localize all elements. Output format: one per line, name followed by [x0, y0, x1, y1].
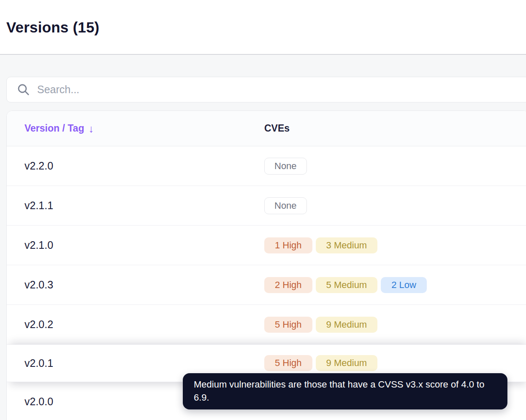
cve-badge-none[interactable]: None [264, 197, 307, 214]
cve-badges: None [264, 197, 307, 214]
sort-desc-arrow-icon: ↓ [88, 123, 94, 135]
cve-badge-high[interactable]: 2 High [264, 277, 312, 293]
search-box[interactable] [6, 77, 526, 102]
cve-badge-high[interactable]: 5 High [264, 355, 312, 371]
table-header-row: Version / Tag ↓ CVEs [7, 111, 526, 146]
cve-badge-medium[interactable]: 3 Medium [316, 237, 378, 253]
search-input[interactable] [36, 83, 526, 96]
page-title: Versions (15) [6, 19, 99, 36]
top-header-bar: Versions (15) [0, 0, 526, 55]
cve-badges: 1 High3 Medium [264, 237, 377, 253]
cve-badge-medium[interactable]: 5 Medium [316, 277, 378, 293]
table-row[interactable]: v2.2.0 None [7, 146, 526, 186]
table-row[interactable]: v2.1.1 None [7, 186, 526, 226]
cve-badge-high[interactable]: 5 High [264, 317, 312, 333]
cve-badges: 2 High5 Medium2 Low [264, 277, 427, 293]
cve-badge-high[interactable]: 1 High [264, 237, 312, 253]
table-row[interactable]: v2.1.0 1 High3 Medium [7, 226, 526, 265]
cve-badges: 5 High9 Medium [264, 355, 377, 371]
cve-badges: 5 High9 Medium [264, 317, 377, 333]
table-row[interactable]: v2.0.3 2 High5 Medium2 Low [7, 265, 526, 305]
version-label: v2.0.1 [24, 357, 53, 369]
cve-badge-medium[interactable]: 9 Medium [316, 317, 378, 333]
table-row[interactable]: v2.0.2 5 High9 Medium [7, 305, 526, 345]
column-header-version: Version / Tag ↓ [7, 122, 264, 135]
cve-badge-none[interactable]: None [264, 158, 307, 175]
cve-badge-medium[interactable]: 9 Medium [316, 355, 378, 371]
sort-by-version-button[interactable]: Version / Tag ↓ [24, 122, 94, 135]
column-header-version-label: Version / Tag [24, 123, 84, 134]
search-icon [17, 83, 30, 96]
version-label: v2.0.3 [24, 279, 53, 291]
cve-badges: None [264, 158, 307, 175]
column-header-cves: CVEs [264, 123, 290, 134]
version-label: v2.0.2 [24, 318, 53, 330]
medium-cve-tooltip: Medium vulnerabilities are those that ha… [183, 373, 507, 409]
version-label: v2.2.0 [24, 160, 53, 172]
version-label: v2.0.0 [24, 396, 53, 407]
version-label: v2.1.0 [24, 239, 53, 251]
tooltip-text: Medium vulnerabilities are those that ha… [194, 379, 484, 403]
cve-badge-low[interactable]: 2 Low [381, 277, 427, 293]
version-label: v2.1.1 [24, 199, 53, 211]
